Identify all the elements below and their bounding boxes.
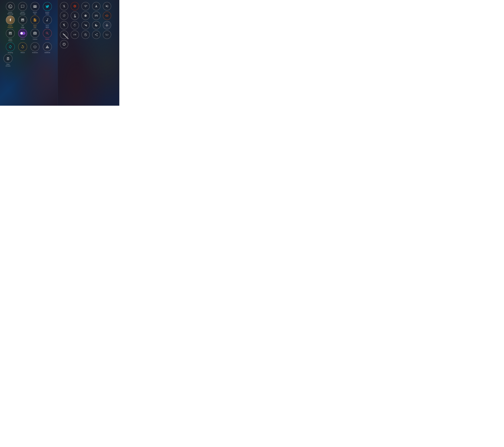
flashlight-item[interactable] xyxy=(59,21,69,29)
share-item[interactable] xyxy=(91,31,101,39)
quickc-twitter-item[interactable]: QuickCTwitter xyxy=(42,2,53,15)
rotate-item[interactable] xyxy=(70,21,80,29)
location-item[interactable] xyxy=(91,2,101,10)
mute-icon xyxy=(103,2,111,10)
right-row-2 xyxy=(59,12,118,20)
antenna-item[interactable] xyxy=(91,12,101,20)
settings-icon xyxy=(71,2,79,10)
vibrate-item[interactable] xyxy=(102,12,112,20)
record-item[interactable] xyxy=(81,12,90,20)
moon-icon xyxy=(92,21,100,29)
share-files-label: ShareFiles xyxy=(33,25,36,28)
share-icon xyxy=(92,31,100,39)
moon-item[interactable] xyxy=(91,21,101,29)
right-row-1 xyxy=(59,2,118,10)
svg-point-0 xyxy=(11,32,12,33)
timer-off-item[interactable] xyxy=(81,31,90,39)
bluetooth-icon xyxy=(60,2,68,10)
safemode-icon xyxy=(43,42,52,51)
lte-item[interactable]: LTE xyxy=(70,31,80,39)
reboot-icon xyxy=(18,42,27,51)
record-icon xyxy=(81,12,90,20)
right-row-5 xyxy=(59,40,118,48)
camera-icon xyxy=(31,29,39,38)
safemode-label: SafeMode xyxy=(44,52,50,54)
location-icon xyxy=(92,2,100,10)
shutdown-label: ShutDown xyxy=(32,52,38,54)
antenna-icon xyxy=(92,12,100,20)
wifi-item[interactable] xyxy=(81,2,90,10)
respring-label: Respring xyxy=(8,52,13,54)
quickc-whatsapp-item[interactable]: QuickCWhatsApp xyxy=(5,2,16,15)
reboot-item[interactable]: Reboot xyxy=(17,42,28,54)
airplane-icon xyxy=(103,21,111,29)
left-row-2: QuickCFacebook DMImage ShareFiles ShareM… xyxy=(1,16,57,28)
right-panel: VPN LTE xyxy=(58,0,119,106)
search-label: Search xyxy=(45,38,49,40)
right-row-3 xyxy=(59,21,118,29)
touch-item[interactable] xyxy=(70,12,80,20)
share-files-icon xyxy=(31,16,39,24)
quickc-mail-label: QuickCMail xyxy=(33,12,37,15)
bluetooth-item[interactable] xyxy=(59,2,69,10)
brightness-item[interactable] xyxy=(59,40,69,48)
respring-item[interactable]: Respring xyxy=(5,42,16,54)
camera-off-item[interactable] xyxy=(81,21,90,29)
share-music-item[interactable]: ShareMusic xyxy=(42,16,53,28)
share-music-label: ShareMusic xyxy=(46,25,49,28)
left-row-1: QuickCWhatsApp QuickCiMessage QuickCMail… xyxy=(1,2,57,15)
search-icon xyxy=(43,29,52,38)
share-music-icon xyxy=(43,16,52,24)
refresh-item[interactable] xyxy=(59,12,69,20)
touch-icon xyxy=(71,12,79,20)
toggle-inner xyxy=(20,32,25,35)
vibrate-icon xyxy=(103,12,111,20)
camera-label: Camera xyxy=(33,38,37,40)
left-panel: QuickCWhatsApp QuickCiMessage QuickCMail… xyxy=(0,0,58,106)
rotate-icon xyxy=(71,21,79,29)
shutdown-icon xyxy=(31,42,39,51)
quickc-imessage-label: QuickCiMessage xyxy=(20,12,25,15)
flashlight-icon xyxy=(60,21,68,29)
link-off-icon xyxy=(103,31,111,39)
left-row-4: Respring Reboot ShutDown SafeMode xyxy=(1,42,57,54)
share-photos-icon: ⚙ xyxy=(6,29,15,38)
share-files-item[interactable]: ShareFiles xyxy=(29,16,40,28)
quickc-facebook-item[interactable]: QuickCFacebook xyxy=(5,16,16,28)
quickc-twitter-icon xyxy=(43,2,52,11)
quickc-whatsapp-label: QuickCWhatsApp xyxy=(7,12,13,15)
mute-item[interactable] xyxy=(102,2,112,10)
brightness-icon xyxy=(60,40,68,48)
svg-text:⚙: ⚙ xyxy=(11,34,12,35)
quickc-whatsapp-icon xyxy=(6,2,15,11)
refresh-icon xyxy=(60,12,68,20)
dm-image-item[interactable]: DMImage xyxy=(17,16,28,28)
airplane-item[interactable] xyxy=(102,21,112,29)
link-off-item[interactable] xyxy=(102,31,112,39)
quickc-facebook-icon xyxy=(6,16,15,24)
quickc-imessage-icon xyxy=(18,2,27,11)
switchs-label: Switchs xyxy=(20,38,25,40)
clean-uicache-icon xyxy=(3,54,12,63)
timer-off-icon xyxy=(81,31,90,39)
clean-uicache-item[interactable]: CleanUICache xyxy=(2,54,14,67)
shutdown-item[interactable]: ShutDown xyxy=(29,42,40,54)
settings-item[interactable] xyxy=(70,2,80,10)
switchs-icon xyxy=(18,29,27,38)
safemode-item[interactable]: SafeMode xyxy=(42,42,53,54)
wifi-icon xyxy=(81,2,90,10)
camera-off-icon xyxy=(81,21,90,29)
share-photos-item[interactable]: ⚙ SharePhotos xyxy=(5,29,16,42)
quickc-imessage-item[interactable]: QuickCiMessage xyxy=(17,2,28,15)
quickc-mail-icon xyxy=(31,2,39,11)
camera-item[interactable]: Camera xyxy=(29,29,40,42)
quickc-twitter-label: QuickCTwitter xyxy=(45,12,50,15)
search-item[interactable]: Search xyxy=(42,29,53,42)
quickc-mail-item[interactable]: QuickCMail xyxy=(29,2,40,15)
left-row-5: CleanUICache xyxy=(1,54,57,67)
vpn-item[interactable]: VPN xyxy=(59,31,69,39)
vpn-icon: VPN xyxy=(60,31,68,39)
svg-point-3 xyxy=(84,15,87,17)
left-row-3: ⚙ SharePhotos Switchs Camera Search xyxy=(1,29,57,42)
switchs-item[interactable]: Switchs xyxy=(17,29,28,42)
